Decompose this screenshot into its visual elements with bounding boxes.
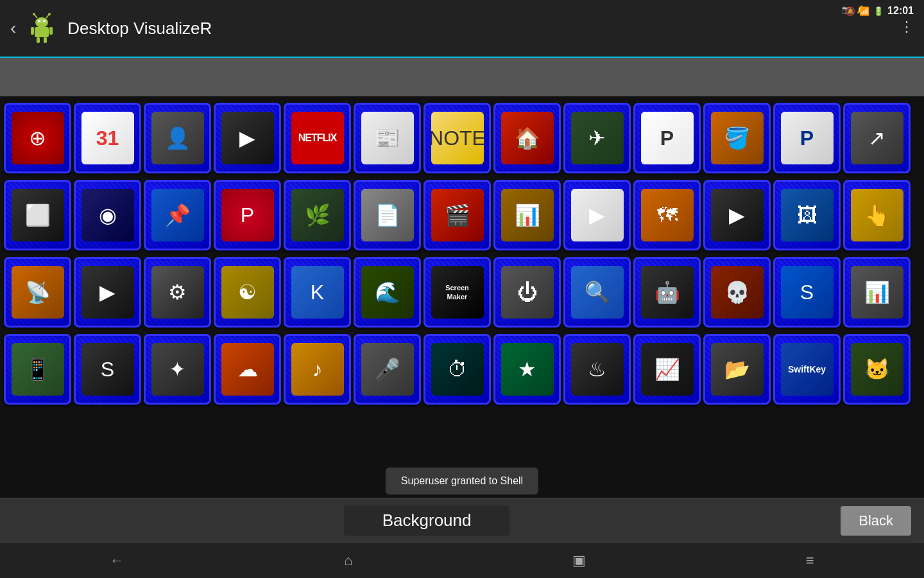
app-icon-touch[interactable]: 👆 — [843, 180, 911, 250]
app-icon-paypal[interactable]: P — [773, 103, 841, 173]
app-icon-starbucks[interactable]: ★ — [493, 334, 561, 405]
app-icon-home[interactable]: 🏠 — [493, 103, 561, 173]
app-icon-inner-search: 🔍 — [571, 266, 624, 319]
menu-button[interactable]: ⋮ — [900, 19, 914, 38]
app-icon-origami[interactable]: 🗺 — [633, 180, 701, 250]
app-icon-lifesaver[interactable]: ⊕ — [4, 103, 71, 173]
app-icon-play2[interactable]: ▶ — [703, 180, 771, 250]
icon-symbol-serpentine: S — [101, 358, 114, 381]
app-icon-camera[interactable]: ⬜ — [4, 180, 71, 250]
app-icon-player[interactable]: ▶ — [74, 257, 141, 328]
app-icon-skull[interactable]: 💀 — [703, 257, 771, 328]
app-icon-search[interactable]: 🔍 — [563, 257, 631, 328]
app-icon-calendar[interactable]: 31 — [74, 103, 141, 173]
battery-icon: 🔋 — [873, 6, 884, 16]
back-button[interactable]: ‹ — [10, 18, 16, 39]
app-icon-inner-soundhound: ♪ — [291, 343, 344, 396]
icon-symbol-soundcloud: ☁ — [237, 357, 258, 381]
svg-line-1 — [35, 15, 37, 18]
app-icon-greendark[interactable]: 🌊 — [354, 257, 421, 328]
icon-symbol-sim: 📱 — [25, 357, 51, 381]
app-icon-play[interactable]: ▶ — [214, 103, 281, 173]
svg-point-12 — [37, 18, 46, 23]
icon-symbol-lifesaver: ⊕ — [29, 126, 46, 150]
icon-symbol-starbucks: ★ — [518, 357, 536, 381]
app-icon-inner-yellowapp: ☯ — [221, 266, 274, 319]
icon-symbol-pandora: P — [660, 127, 674, 150]
app-icon-inner-sim: 📱 — [12, 343, 64, 396]
app-icon-zombies[interactable]: 🌿 — [284, 180, 351, 250]
recents-nav-button[interactable]: ▣ — [560, 547, 599, 574]
icon-symbol-darkfold: 📂 — [724, 357, 750, 381]
app-icon-netflix[interactable]: NETFLIX — [284, 103, 351, 173]
app-icon-inner-serpentine: S — [81, 343, 134, 396]
app-icon-green[interactable]: ✈ — [563, 103, 631, 173]
icon-symbol-kde: K — [311, 281, 324, 304]
app-icon-serpentine[interactable]: S — [74, 334, 141, 405]
icon-symbol-darkapp: ⚙ — [168, 280, 187, 304]
app-icon-pushpin[interactable]: 📌 — [144, 180, 211, 250]
app-icon-inner-play: ▶ — [221, 112, 274, 164]
app-icon-pinterest[interactable]: P — [214, 180, 281, 250]
app-icon-pandora[interactable]: P — [633, 103, 701, 173]
app-row-2: ⬜◉📌P🌿📄🎬📊▶🗺▶🖼👆 — [3, 179, 921, 252]
icon-symbol-rss: 📡 — [25, 280, 51, 304]
app-icon-soundhound[interactable]: ♪ — [284, 334, 351, 405]
app-icon-inner-origami: 🗺 — [641, 189, 694, 241]
back-nav-button[interactable]: ← — [97, 547, 137, 574]
app-icon-panorama[interactable]: 🖼 — [773, 180, 841, 250]
app-icon-googleplay[interactable]: ▶ — [563, 180, 631, 250]
app-icon-screenmaker[interactable]: ScreenMaker — [424, 257, 491, 328]
svg-point-2 — [33, 13, 35, 15]
icon-symbol-zombies: 🌿 — [305, 203, 330, 227]
app-icon-barchart[interactable]: 📊 — [843, 257, 911, 328]
app-icon-inner-screenmaker: ScreenMaker — [431, 266, 484, 319]
icon-symbol-yellowapp: ☯ — [238, 280, 257, 304]
app-icon-bucket[interactable]: 🪣 — [703, 103, 771, 173]
icon-symbol-pushpin: 📌 — [165, 203, 191, 227]
app-icon-mic[interactable]: 🎤 — [354, 334, 421, 405]
app-icon-kde[interactable]: K — [284, 257, 351, 328]
app-icon-yellowapp[interactable]: ☯ — [214, 257, 281, 328]
app-icon-inner-contacts: 👤 — [151, 112, 204, 164]
app-icon-chart[interactable]: 📊 — [493, 180, 561, 250]
svg-rect-7 — [35, 27, 49, 37]
app-title: Desktop VisualizeR — [67, 19, 914, 39]
app-icon-soundcloud[interactable]: ☁ — [214, 334, 281, 405]
app-icon-droid[interactable]: 🤖 — [633, 257, 701, 328]
icon-symbol-cat: 🐱 — [864, 357, 890, 381]
app-icon-contacts[interactable]: 👤 — [144, 103, 211, 173]
app-icon-shazam[interactable]: S — [773, 257, 841, 328]
app-icon-news[interactable]: 📰 — [354, 103, 421, 173]
menu-nav-button[interactable]: ≡ — [793, 547, 827, 574]
app-icon-steam[interactable]: ♨ — [563, 334, 631, 405]
app-icon-ninja[interactable]: ✦ — [144, 334, 211, 405]
home-nav-button[interactable]: ⌂ — [331, 547, 365, 574]
icon-symbol-camera: ⬜ — [25, 203, 51, 227]
app-icon-darkapp[interactable]: ⚙ — [144, 257, 211, 328]
icon-symbol-stockchart: 📈 — [654, 357, 680, 381]
app-icon-power[interactable]: ⏻ — [493, 257, 561, 328]
app-icon-inner-darkapp: ⚙ — [151, 266, 204, 319]
app-icon-fold[interactable]: 📄 — [354, 180, 421, 250]
app-icon-swiftkey[interactable]: SwiftKey — [773, 334, 841, 405]
app-icon-inner-paypal: P — [781, 112, 834, 164]
app-icon-sim[interactable]: 📱 — [4, 334, 71, 405]
app-icon-note[interactable]: NOTE — [424, 103, 491, 173]
app-icon-inner-pandora: P — [641, 112, 694, 164]
app-icon-darkfold[interactable]: 📂 — [703, 334, 771, 405]
black-button[interactable]: Black — [841, 506, 911, 536]
app-icon-stockchart[interactable]: 📈 — [633, 334, 701, 405]
app-icon-rss[interactable]: 📡 — [4, 257, 71, 328]
app-icon-cat[interactable]: 🐱 — [843, 334, 911, 405]
bottom-bar: Background Black — [0, 498, 924, 543]
app-icon-arrow[interactable]: ↗ — [843, 103, 911, 173]
app-icon-inner-droid: 🤖 — [641, 266, 694, 319]
app-icon-film[interactable]: 🎬 — [424, 180, 491, 250]
app-icon-inner-play2: ▶ — [711, 189, 764, 241]
app-icon-inner-note: NOTE — [431, 112, 484, 164]
app-icon-speedometer[interactable]: ⏱ — [424, 334, 491, 405]
mute-icon: 🔕 — [845, 6, 855, 16]
app-icon-circular[interactable]: ◉ — [74, 180, 141, 250]
app-icon-inner-greendark: 🌊 — [361, 266, 414, 319]
